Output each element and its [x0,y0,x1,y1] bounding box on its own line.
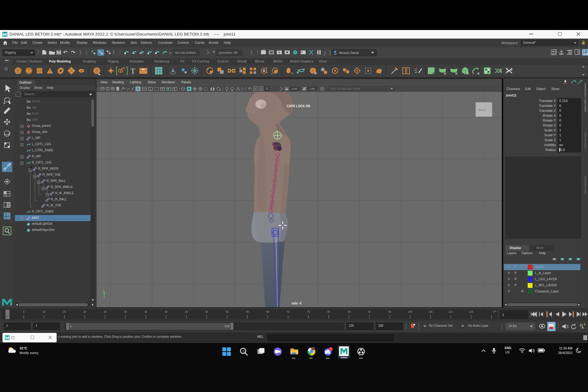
svg-text:70: 70 [287,310,290,313]
svg-text:115: 115 [469,310,473,313]
svg-text:side -X: side -X [292,302,302,305]
svg-text:10: 10 [43,310,46,313]
svg-text:55: 55 [226,310,229,313]
svg-text:1.00: 1.00 [309,87,315,90]
svg-text:0.00: 0.00 [292,87,297,90]
svg-text:30: 30 [124,310,127,313]
svg-text:75: 75 [307,310,310,313]
svg-text:40: 40 [165,310,168,313]
svg-text:No Live Surface: No Live Surface [175,51,196,54]
svg-text:2022 12:398 view LPGB: 2022 12:398 view LPGB [330,87,360,90]
svg-text:1: 1 [6,315,8,318]
svg-text:Amaziq Danial: Amaziq Danial [339,51,359,55]
svg-text:20: 20 [83,310,86,313]
svg-text:T: T [130,67,135,76]
svg-text:110: 110 [449,310,453,313]
svg-text:1: 1 [502,313,504,317]
svg-text:25: 25 [104,310,107,313]
svg-text:Symmetry: Off: Symmetry: Off [219,51,237,54]
svg-text:60: 60 [246,310,249,313]
svg-text:90: 90 [368,310,371,313]
svg-text:100: 100 [408,310,412,313]
svg-text:50: 50 [205,310,208,313]
svg-text:5: 5 [23,310,24,313]
svg-text:65: 65 [266,310,270,313]
svg-text:Y: Y [103,289,104,292]
svg-text:RIGHT: RIGHT [479,109,486,111]
svg-text:85: 85 [348,310,351,313]
svg-text:80: 80 [327,310,330,313]
svg-text:CAPS LOCK ON: CAPS LOCK ON [287,104,310,108]
svg-text:95: 95 [388,310,391,313]
svg-text:35: 35 [144,310,147,313]
svg-text:15: 15 [63,310,66,313]
svg-text:45: 45 [185,310,188,313]
svg-text:120: 120 [492,310,497,313]
svg-text:105: 105 [428,310,432,313]
